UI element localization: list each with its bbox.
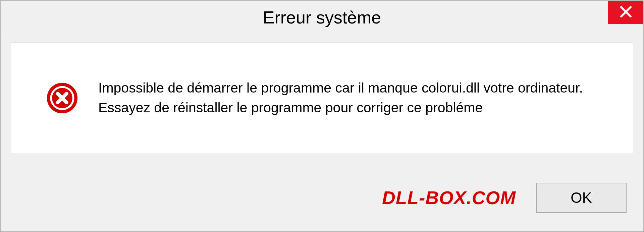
error-dialog: Erreur système Impossible de démarrer le… <box>0 0 644 232</box>
message-panel: Impossible de démarrer le programme car … <box>11 43 633 153</box>
error-icon <box>46 82 78 114</box>
error-message: Impossible de démarrer le programme car … <box>98 78 606 118</box>
close-icon <box>619 5 633 20</box>
titlebar: Erreur système <box>1 1 643 34</box>
ok-button[interactable]: OK <box>536 183 627 213</box>
close-button[interactable] <box>608 1 643 24</box>
ok-button-label: OK <box>571 189 592 206</box>
dialog-title: Erreur système <box>263 7 381 27</box>
dialog-footer: DLL-BOX.COM OK <box>1 164 643 231</box>
watermark-text: DLL-BOX.COM <box>382 187 516 209</box>
